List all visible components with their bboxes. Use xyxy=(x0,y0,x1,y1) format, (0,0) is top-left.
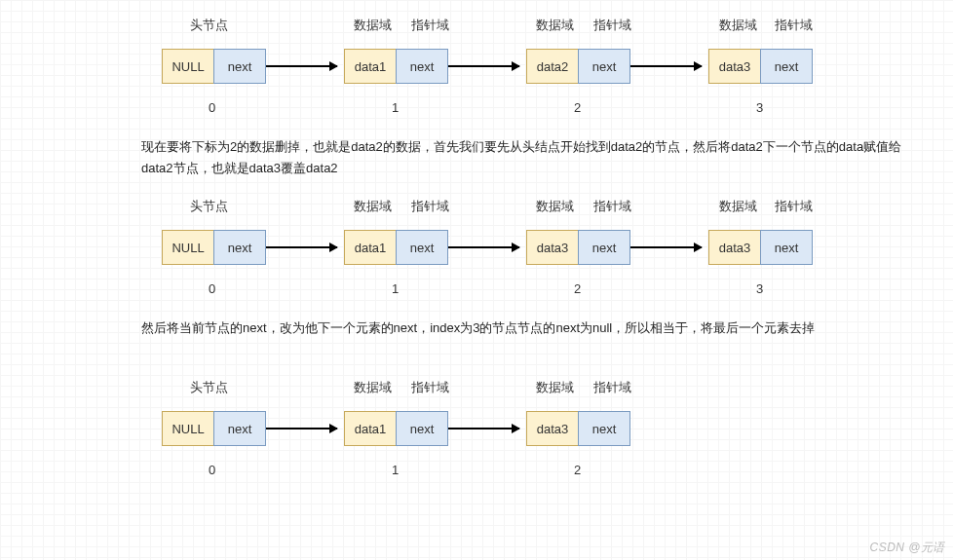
data-cell: data3 xyxy=(708,49,761,84)
list-node: data3 next xyxy=(708,49,813,84)
label-ptr: 指针域 xyxy=(593,379,631,396)
arrow-icon xyxy=(630,246,702,248)
index-label: 1 xyxy=(392,100,399,115)
ptr-cell: next xyxy=(213,49,266,84)
arrow-icon xyxy=(448,65,519,67)
ptr-cell: next xyxy=(213,230,266,265)
watermark-text: CSDN @元语 xyxy=(869,540,945,556)
list-node: data1 next xyxy=(344,49,448,84)
list-node: NULL next xyxy=(162,49,266,84)
data-cell: data3 xyxy=(708,230,761,265)
ptr-cell: next xyxy=(578,411,630,446)
label-data: 数据域 xyxy=(536,198,574,215)
list-node: data1 next xyxy=(344,230,448,265)
index-label: 1 xyxy=(392,463,399,477)
data-cell: data3 xyxy=(526,230,579,265)
index-label: 2 xyxy=(574,100,581,115)
label-head: 头节点 xyxy=(190,198,228,215)
label-ptr: 指针域 xyxy=(411,17,449,34)
ptr-cell: next xyxy=(396,49,448,84)
label-ptr: 指针域 xyxy=(411,379,449,396)
data-cell: data1 xyxy=(344,411,397,446)
arrow-icon xyxy=(630,65,702,67)
list-node: data2 next xyxy=(526,49,630,84)
data-cell: data1 xyxy=(344,49,397,84)
arrow-icon xyxy=(266,246,337,248)
description-text: 现在要将下标为2的数据删掉，也就是data2的数据，首先我们要先从头结点开始找到… xyxy=(141,136,911,179)
index-label: 1 xyxy=(392,281,399,296)
ptr-cell: next xyxy=(578,230,630,265)
label-data: 数据域 xyxy=(536,17,574,34)
label-data: 数据域 xyxy=(354,198,392,215)
label-ptr: 指针域 xyxy=(411,198,449,215)
ptr-cell: next xyxy=(213,411,266,446)
label-ptr: 指针域 xyxy=(775,198,813,215)
label-data: 数据域 xyxy=(536,379,574,396)
ptr-cell: next xyxy=(396,411,448,446)
data-cell: NULL xyxy=(162,411,214,446)
index-label: 2 xyxy=(574,281,581,296)
label-data: 数据域 xyxy=(719,198,757,215)
arrow-icon xyxy=(266,65,337,67)
index-label: 0 xyxy=(209,100,215,115)
label-data: 数据域 xyxy=(354,17,392,34)
ptr-cell: next xyxy=(396,230,448,265)
list-node: data1 next xyxy=(344,411,448,446)
list-node: data3 next xyxy=(708,230,813,265)
index-label: 0 xyxy=(209,463,215,477)
data-cell: data3 xyxy=(526,411,579,446)
label-data: 数据域 xyxy=(719,17,757,34)
label-head: 头节点 xyxy=(190,17,228,34)
ptr-cell: next xyxy=(578,49,630,84)
index-label: 3 xyxy=(756,281,763,296)
list-node: data3 next xyxy=(526,230,630,265)
index-label: 0 xyxy=(209,281,215,296)
label-data: 数据域 xyxy=(354,379,392,396)
arrow-icon xyxy=(448,246,519,248)
label-head: 头节点 xyxy=(190,379,228,396)
label-ptr: 指针域 xyxy=(593,198,631,215)
data-cell: data1 xyxy=(344,230,397,265)
ptr-cell: next xyxy=(760,230,813,265)
description-text: 然后将当前节点的next，改为他下一个元素的next，index为3的节点节点的… xyxy=(141,317,911,339)
data-cell: data2 xyxy=(526,49,579,84)
list-node: data3 next xyxy=(526,411,630,446)
data-cell: NULL xyxy=(162,49,214,84)
label-ptr: 指针域 xyxy=(775,17,813,34)
index-label: 2 xyxy=(574,463,581,477)
index-label: 3 xyxy=(756,100,763,115)
list-node: NULL next xyxy=(162,411,266,446)
arrow-icon xyxy=(448,428,519,429)
arrow-icon xyxy=(266,428,337,429)
ptr-cell: next xyxy=(760,49,813,84)
data-cell: NULL xyxy=(162,230,214,265)
label-ptr: 指针域 xyxy=(593,17,631,34)
list-node: NULL next xyxy=(162,230,266,265)
